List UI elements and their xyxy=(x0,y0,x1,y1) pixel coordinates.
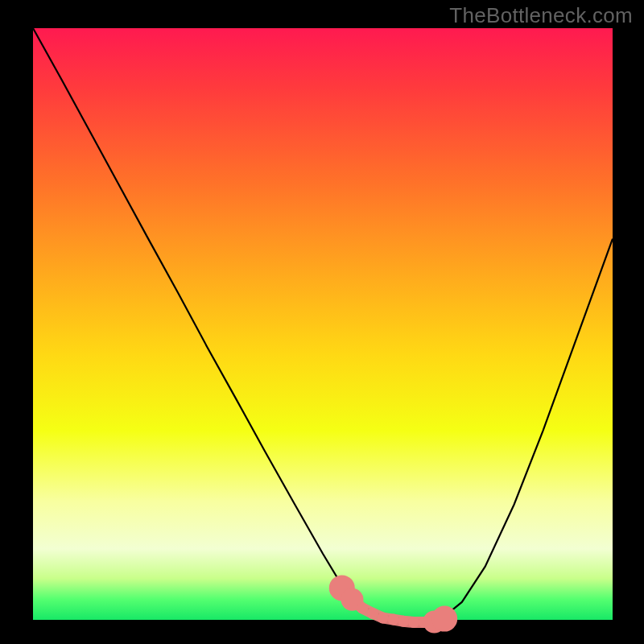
marker-dot xyxy=(367,608,378,619)
marker-dot xyxy=(431,606,457,632)
marker-dot xyxy=(378,613,389,624)
marker-dot xyxy=(398,616,409,627)
marker-dot xyxy=(388,614,399,625)
marker-dot xyxy=(408,617,419,628)
bottleneck-curve xyxy=(33,28,613,620)
watermark-text: TheBottleneck.com xyxy=(449,3,633,28)
curve-path xyxy=(33,28,613,620)
plot-area xyxy=(33,28,613,620)
marker-dot xyxy=(357,603,368,614)
flat-region-markers xyxy=(329,575,457,633)
